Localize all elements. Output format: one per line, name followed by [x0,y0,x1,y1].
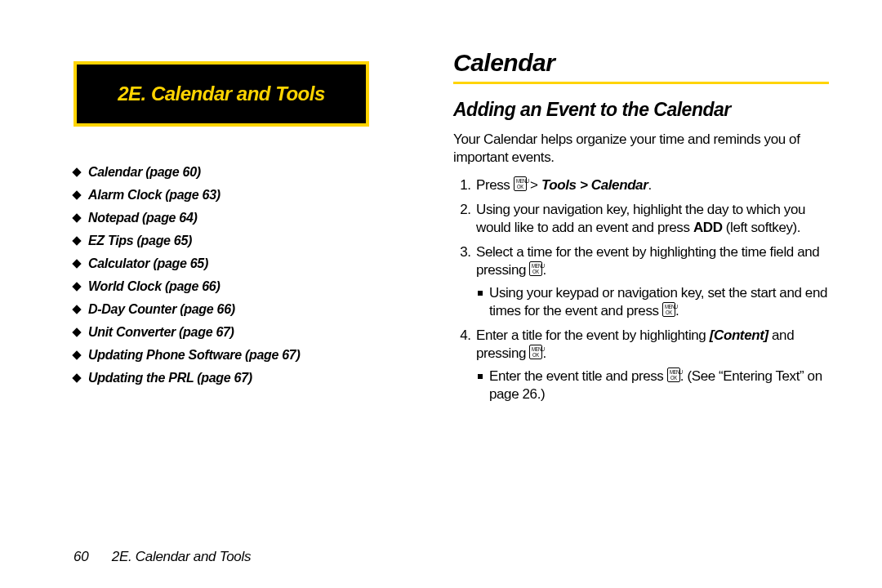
toc-item: EZ Tips (page 65) [74,229,400,252]
diamond-icon [72,213,81,222]
footer-title: 2E. Calendar and Tools [112,549,251,564]
diamond-icon [72,167,81,176]
steps-list: Press MENUOK > Tools > Calendar. Using y… [453,176,829,403]
intro-paragraph: Your Calendar helps organize your time a… [453,131,829,167]
heading-calendar: Calendar [453,49,829,84]
heading-adding-event: Adding an Event to the Calendar [453,99,829,121]
menu-ok-key-icon: MENUOK [662,302,675,317]
toc-item: Calendar (page 60) [74,161,400,184]
toc-item: Updating Phone Software (page 67) [74,344,400,367]
toc-item: Notepad (page 64) [74,207,400,229]
manual-page: 2E. Calendar and Tools Calendar (page 60… [0,0,882,588]
toc-item: Calculator (page 65) [74,252,400,275]
diamond-icon [72,190,81,199]
right-column: Calendar Adding an Event to the Calendar… [453,49,829,410]
diamond-icon [72,350,81,359]
section-banner: 2E. Calendar and Tools [74,61,369,127]
step-3-sublist: Using your keypad or navigation key, set… [478,284,829,320]
diamond-icon [72,305,81,314]
step-1: Press MENUOK > Tools > Calendar. [474,176,829,194]
menu-ok-key-icon: MENUOK [514,176,527,191]
toc-item: Updating the PRL (page 67) [74,367,400,390]
page-number: 60 [74,549,88,564]
square-bullet-icon [478,374,483,379]
diamond-icon [72,373,81,382]
diamond-icon [72,259,81,268]
table-of-contents: Calendar (page 60) Alarm Clock (page 63)… [74,161,400,390]
sub-item: Enter the event title and press MENUOK. … [478,368,829,403]
menu-ok-key-icon: MENUOK [529,345,542,359]
step-2: Using your navigation key, highlight the… [474,201,829,237]
square-bullet-icon [478,291,483,296]
toc-item: Unit Converter (page 67) [74,321,400,344]
step-4: Enter a title for the event by highlight… [474,327,829,403]
step-3: Select a time for the event by highlight… [474,243,829,320]
step-4-sublist: Enter the event title and press MENUOK. … [478,368,829,403]
menu-ok-key-icon: MENUOK [667,368,680,382]
toc-item: D-Day Counter (page 66) [74,298,400,321]
diamond-icon [72,236,81,245]
left-column: 2E. Calendar and Tools Calendar (page 60… [74,61,400,390]
menu-ok-key-icon: MENUOK [529,261,542,276]
diamond-icon [72,327,81,336]
diamond-icon [72,282,81,291]
sub-item: Using your keypad or navigation key, set… [478,284,829,320]
toc-item: World Clock (page 66) [74,275,400,298]
toc-item: Alarm Clock (page 63) [74,184,400,207]
page-footer: 60 2E. Calendar and Tools [74,549,251,565]
section-title: 2E. Calendar and Tools [118,82,325,105]
